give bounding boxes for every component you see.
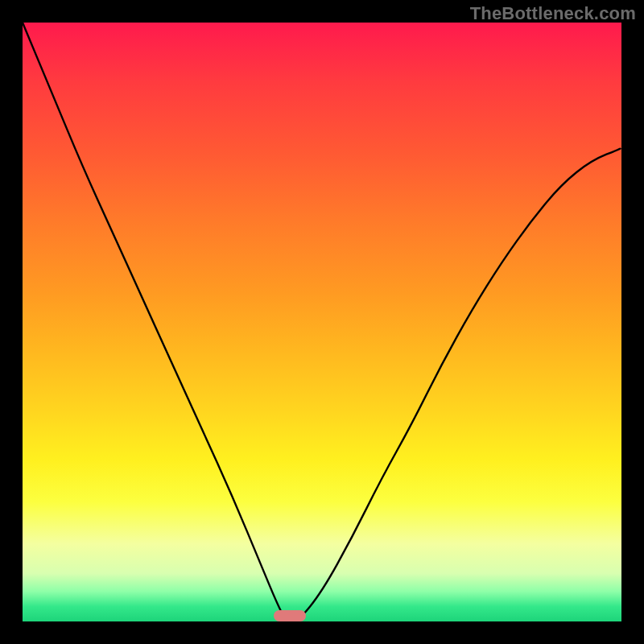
curve-path — [23, 23, 621, 621]
optimal-marker — [274, 610, 306, 621]
chart-frame: TheBottleneck.com — [0, 0, 644, 644]
plot-area — [23, 23, 621, 621]
watermark-text: TheBottleneck.com — [470, 3, 636, 24]
bottleneck-curve — [23, 23, 621, 621]
